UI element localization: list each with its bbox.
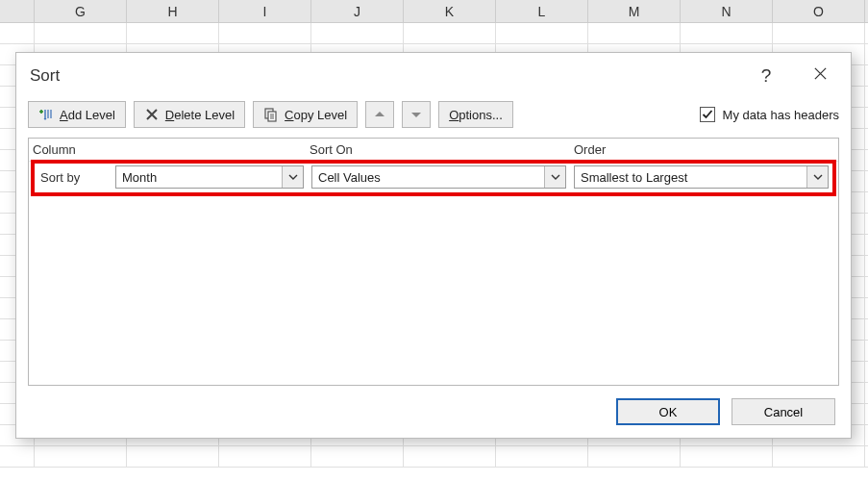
column-header[interactable]: M	[588, 0, 681, 22]
sort-dialog: Sort ? Add Level Delete Level	[15, 52, 852, 439]
close-icon	[813, 66, 828, 81]
close-button[interactable]	[803, 66, 837, 86]
delete-level-button[interactable]: Delete Level	[134, 101, 245, 128]
options-button[interactable]: Options...	[438, 101, 513, 128]
grid-header-row: Column Sort On Order	[29, 139, 838, 162]
sort-level-row[interactable]: Sort by Month Cell Values Smallest to La…	[38, 165, 829, 189]
move-up-button[interactable]	[365, 101, 394, 128]
column-header-row: G H I J K L M N O	[0, 0, 868, 23]
chevron-down-icon	[806, 166, 828, 188]
header-column: Column	[33, 142, 310, 157]
ok-button[interactable]: OK	[616, 398, 720, 425]
arrow-up-icon	[372, 107, 387, 122]
column-header[interactable]	[0, 0, 35, 22]
column-header[interactable]: I	[219, 0, 311, 22]
order-dropdown-value: Smallest to Largest	[575, 166, 806, 188]
column-header[interactable]: L	[496, 0, 588, 22]
column-header[interactable]: N	[681, 0, 773, 22]
checkbox-box	[700, 107, 715, 122]
dialog-titlebar: Sort ?	[16, 53, 851, 99]
headers-checkbox[interactable]: My data has headers	[700, 107, 839, 122]
chevron-down-icon	[282, 166, 303, 188]
grid-empty-area	[29, 196, 838, 385]
checkmark-icon	[702, 109, 713, 120]
header-order: Order	[574, 142, 838, 157]
column-dropdown[interactable]: Month	[115, 165, 304, 189]
add-level-icon	[38, 107, 54, 122]
move-down-button[interactable]	[402, 101, 431, 128]
add-level-button[interactable]: Add Level	[28, 101, 126, 128]
dialog-title: Sort	[30, 66, 749, 86]
column-header[interactable]: G	[35, 0, 127, 22]
column-dropdown-value: Month	[116, 166, 282, 188]
copy-level-icon	[263, 107, 279, 122]
copy-level-button[interactable]: Copy Level	[253, 101, 358, 128]
column-header[interactable]: K	[404, 0, 496, 22]
column-header[interactable]: J	[311, 0, 404, 22]
order-dropdown[interactable]: Smallest to Largest	[574, 165, 829, 189]
highlight-box: Sort by Month Cell Values Smallest to La…	[31, 160, 836, 196]
chevron-down-icon	[544, 166, 565, 188]
arrow-down-icon	[409, 107, 424, 122]
cancel-button[interactable]: Cancel	[732, 398, 835, 425]
dialog-footer: OK Cancel	[16, 386, 851, 438]
header-sorton: Sort On	[310, 142, 574, 157]
sorton-dropdown[interactable]: Cell Values	[311, 165, 566, 189]
toolbar: Add Level Delete Level Copy Level Option…	[16, 99, 851, 138]
help-button[interactable]: ?	[749, 65, 783, 87]
sortby-label: Sort by	[38, 170, 108, 185]
sort-grid: Column Sort On Order Sort by Month Cell …	[28, 138, 839, 386]
column-header[interactable]: H	[127, 0, 219, 22]
delete-level-icon	[144, 107, 160, 122]
sorton-dropdown-value: Cell Values	[312, 166, 544, 188]
column-header[interactable]: O	[773, 0, 865, 22]
